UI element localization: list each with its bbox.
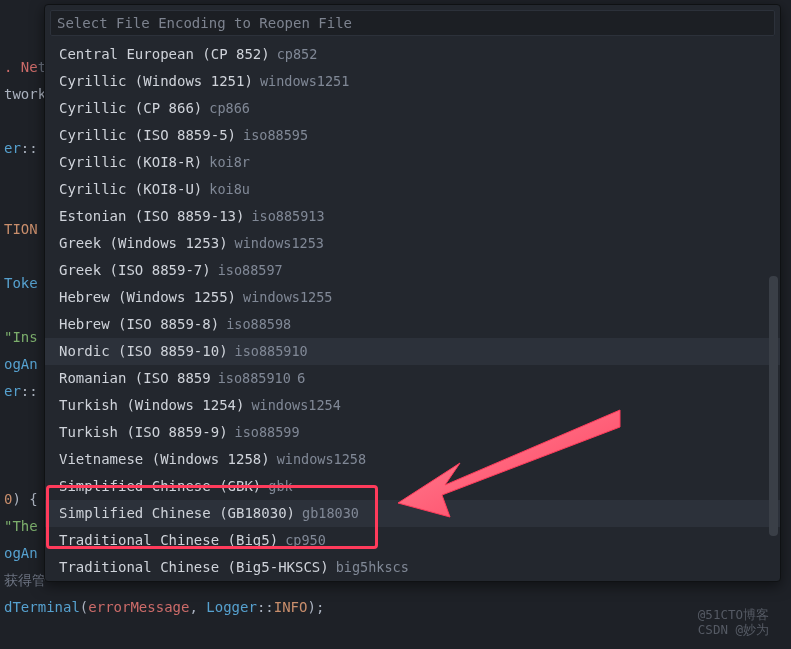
encoding-option[interactable]: Estonian (ISO 8859-13)iso885913 [45,203,780,230]
encoding-option[interactable]: Simplified Chinese (GB18030)gb18030 [45,500,780,527]
encoding-option-label: Simplified Chinese (GB18030) [59,500,295,527]
encoding-picker: Central European (CP 852)cp852Cyrillic (… [44,4,781,582]
encoding-option-id: gb18030 [302,500,359,527]
encoding-option-id: iso88597 [218,257,283,284]
encoding-option-label: Turkish (ISO 8859-9) [59,419,228,446]
encoding-option-id: windows1253 [235,230,324,257]
encoding-option[interactable]: Turkish (ISO 8859-9)iso88599 [45,419,780,446]
encoding-option-label: Romanian (ISO 8859 [59,365,211,392]
encoding-option-id: cp866 [209,95,250,122]
encoding-option[interactable]: Traditional Chinese (Big5)cp950 [45,527,780,554]
encoding-option[interactable]: Cyrillic (KOI8-U)koi8u [45,176,780,203]
encoding-option[interactable]: Cyrillic (Windows 1251)windows1251 [45,68,780,95]
encoding-option[interactable]: Traditional Chinese (Big5-HKSCS)big5hksc… [45,554,780,581]
encoding-option-id: iso885910 [235,338,308,365]
encoding-option[interactable]: Simplified Chinese (GBK)gbk [45,473,780,500]
encoding-option-label: Simplified Chinese (GBK) [59,473,261,500]
encoding-option-id: koi8r [209,149,250,176]
encoding-option-id: windows1254 [251,392,340,419]
encoding-option-label: Turkish (Windows 1254) [59,392,244,419]
encoding-option-label: Cyrillic (KOI8-R) [59,149,202,176]
encoding-option-id: iso885913 [251,203,324,230]
encoding-option-label: Cyrillic (KOI8-U) [59,176,202,203]
encoding-option-label: Traditional Chinese (Big5) [59,527,278,554]
encoding-option-id: windows1258 [277,446,366,473]
encoding-option-id: iso88595 [243,122,308,149]
encoding-option-label: Cyrillic (ISO 8859-5) [59,122,236,149]
encoding-option-label: Greek (Windows 1253) [59,230,228,257]
encoding-option-label: Cyrillic (Windows 1251) [59,68,253,95]
encoding-option-label: Traditional Chinese (Big5-HKSCS) [59,554,329,581]
encoding-option-extra: 6 [297,365,305,392]
encoding-option[interactable]: Nordic (ISO 8859-10)iso885910 [45,338,780,365]
encoding-option-label: Nordic (ISO 8859-10) [59,338,228,365]
encoding-option[interactable]: Greek (Windows 1253)windows1253 [45,230,780,257]
encoding-option-label: Vietnamese (Windows 1258) [59,446,270,473]
encoding-option-id: cp950 [285,527,326,554]
encoding-option-label: Greek (ISO 8859-7) [59,257,211,284]
encoding-option-id: windows1251 [260,68,349,95]
encoding-option[interactable]: Cyrillic (ISO 8859-5)iso88595 [45,122,780,149]
encoding-option[interactable]: Hebrew (Windows 1255)windows1255 [45,284,780,311]
encoding-option[interactable]: Cyrillic (KOI8-R)koi8r [45,149,780,176]
search-input[interactable] [50,10,775,36]
scrollbar-thumb[interactable] [769,276,778,536]
encoding-option-label: Cyrillic (CP 866) [59,95,202,122]
encoding-option-id: gbk [268,473,292,500]
encoding-list: Central European (CP 852)cp852Cyrillic (… [45,41,780,581]
search-input-wrap [45,5,780,41]
encoding-option[interactable]: Central European (CP 852)cp852 [45,41,780,68]
encoding-option-id: koi8u [209,176,250,203]
encoding-option-id: big5hkscs [336,554,409,581]
encoding-option[interactable]: Cyrillic (CP 866)cp866 [45,95,780,122]
encoding-option[interactable]: Greek (ISO 8859-7)iso88597 [45,257,780,284]
encoding-option-id: iso88599 [235,419,300,446]
encoding-option[interactable]: Turkish (Windows 1254)windows1254 [45,392,780,419]
encoding-option-label: Hebrew (ISO 8859-8) [59,311,219,338]
encoding-option-id: iso885910 [218,365,291,392]
encoding-option-id: cp852 [277,41,318,68]
encoding-option[interactable]: Vietnamese (Windows 1258)windows1258 [45,446,780,473]
encoding-option-id: windows1255 [243,284,332,311]
encoding-option-label: Central European (CP 852) [59,41,270,68]
encoding-option[interactable]: Romanian (ISO 8859iso8859106 [45,365,780,392]
encoding-option-id: iso88598 [226,311,291,338]
encoding-option-label: Hebrew (Windows 1255) [59,284,236,311]
encoding-option[interactable]: Hebrew (ISO 8859-8)iso88598 [45,311,780,338]
encoding-option-label: Estonian (ISO 8859-13) [59,203,244,230]
